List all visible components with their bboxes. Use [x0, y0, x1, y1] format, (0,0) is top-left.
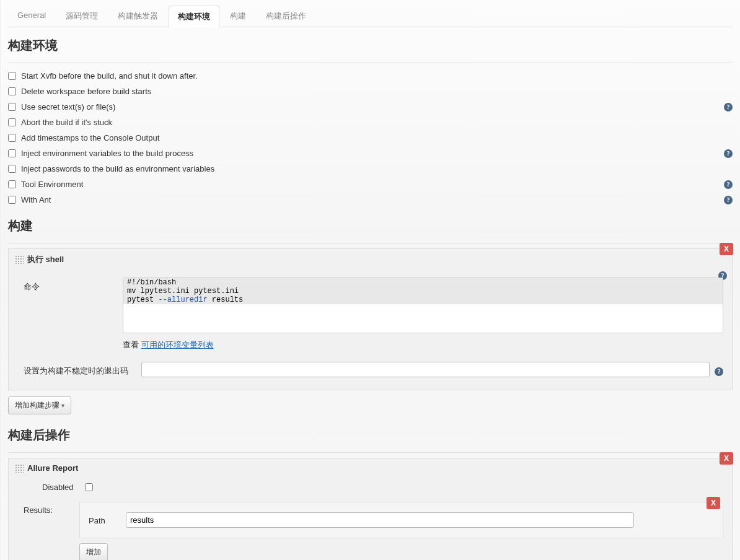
label-inject-env: Inject environment variables to the buil… [21, 149, 724, 158]
label-timestamps: Add timestamps to the Console Output [21, 133, 733, 142]
build-env-options: Start Xvfb before the build, and shut it… [8, 68, 733, 208]
disabled-label: Disabled [42, 483, 74, 492]
cb-inject-env[interactable] [8, 149, 16, 157]
delete-shell-button[interactable]: X [720, 243, 733, 255]
section-title-build: 构建 [8, 208, 733, 243]
section-title-build-env: 构建环境 [8, 27, 733, 63]
delete-path-button[interactable]: X [707, 497, 720, 509]
path-input[interactable] [126, 512, 634, 528]
label-inject-pwd: Inject passwords to the build as environ… [21, 164, 733, 173]
drag-handle-icon[interactable] [15, 464, 24, 473]
cb-delete-ws[interactable] [8, 87, 16, 95]
label-delete-ws: Delete workspace before build starts [21, 87, 733, 96]
cb-secret[interactable] [8, 103, 16, 111]
delete-allure-button[interactable]: X [720, 452, 733, 465]
execute-shell-block: X 执行 shell ? 命令 #!/bin/bash mv lpytest.i… [8, 248, 733, 390]
cb-tool-env[interactable] [8, 180, 16, 188]
add-result-button[interactable]: 增加 [79, 543, 108, 560]
help-icon[interactable]: ? [724, 180, 733, 189]
help-icon[interactable]: ? [715, 367, 723, 376]
results-path-box: X Path [79, 502, 723, 538]
tab-triggers[interactable]: 构建触发器 [108, 5, 167, 27]
env-vars-link[interactable]: 可用的环境变量列表 [141, 340, 214, 349]
tab-build-env[interactable]: 构建环境 [169, 6, 219, 27]
label-xvfb: Start Xvfb before the build, and shut it… [21, 71, 733, 81]
shell-command-editor[interactable]: #!/bin/bash mv lpytest.ini pytest.ini py… [123, 278, 723, 333]
cb-inject-pwd[interactable] [8, 165, 16, 173]
tab-post-build[interactable]: 构建后操作 [257, 5, 315, 27]
tab-scm[interactable]: 源码管理 [56, 5, 107, 27]
allure-report-block: X Allure Report Disabled Results: X Path [8, 458, 733, 560]
cb-xvfb[interactable] [8, 72, 16, 80]
cb-timestamps[interactable] [8, 134, 16, 142]
section-title-post-build: 构建后操作 [8, 417, 733, 453]
label-secret: Use secret text(s) or file(s) [21, 102, 724, 112]
code-line: results [208, 295, 244, 304]
shell-title: 执行 shell [27, 254, 64, 265]
label-with-ant: With Ant [21, 195, 724, 204]
cb-with-ant[interactable] [8, 196, 16, 204]
config-tabs: General 源码管理 构建触发器 构建环境 构建 构建后操作 [8, 0, 733, 27]
hint-prefix: 查看 [123, 340, 139, 349]
path-label: Path [89, 515, 126, 525]
label-abort-stuck: Abort the build if it's stuck [21, 118, 733, 127]
add-build-step-button[interactable]: 增加构建步骤 [8, 396, 71, 414]
allure-title: Allure Report [27, 463, 78, 473]
code-line: pytest [127, 295, 158, 304]
help-icon[interactable]: ? [724, 196, 733, 204]
help-icon[interactable]: ? [724, 149, 733, 158]
cb-abort-stuck[interactable] [8, 118, 16, 126]
label-tool-env: Tool Environment [21, 180, 724, 189]
code-line: mv lpytest.ini pytest.ini [127, 287, 239, 295]
tab-build[interactable]: 构建 [221, 5, 255, 27]
help-icon[interactable]: ? [724, 103, 733, 112]
results-label: Results: [24, 502, 79, 515]
disabled-checkbox[interactable] [85, 483, 93, 491]
exit-code-input[interactable] [141, 362, 710, 377]
drag-handle-icon[interactable] [15, 255, 24, 264]
exit-code-label: 设置为构建不稳定时的退出码 [24, 362, 141, 377]
code-line: #!/bin/bash [127, 278, 176, 287]
tab-general[interactable]: General [8, 5, 55, 27]
command-label: 命令 [24, 278, 123, 292]
code-line: --alluredir [158, 295, 207, 304]
